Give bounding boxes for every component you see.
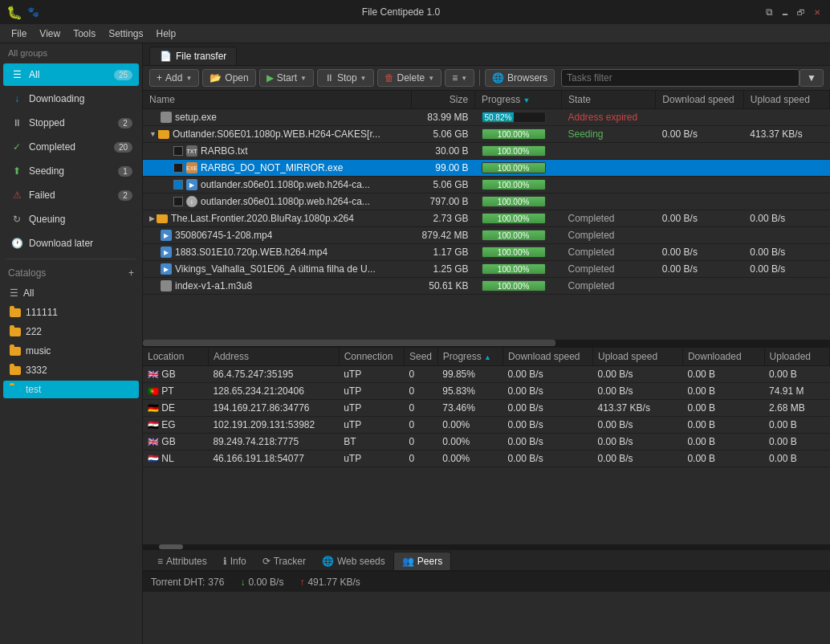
menu-file[interactable]: File bbox=[5, 26, 33, 41]
progress-fill: 100.00% bbox=[482, 163, 545, 173]
file-icon bbox=[161, 112, 172, 123]
col-progress[interactable]: Progress ▼ bbox=[475, 91, 562, 109]
sidebar-catalog-222[interactable]: 222 bbox=[3, 323, 139, 340]
table-row[interactable]: ▶ The.Last.Frontier.2020.BluRay.1080p.x2… bbox=[143, 210, 830, 227]
peers-col-location[interactable]: Location bbox=[143, 348, 208, 366]
menu-help[interactable]: Help bbox=[150, 26, 183, 41]
add-catalog-btn[interactable]: + bbox=[128, 267, 134, 279]
table-row[interactable]: ▶ Vikings_Valhalla_S01E06_A última filha… bbox=[143, 261, 830, 278]
peers-col-downloaded[interactable]: Downloaded bbox=[682, 348, 764, 366]
tab-info[interactable]: ℹ Info bbox=[215, 552, 254, 570]
menu-view[interactable]: View bbox=[33, 26, 67, 41]
col-ul-speed[interactable]: Upload speed bbox=[743, 91, 829, 109]
sidebar-item-download-later[interactable]: 🕐 Download later bbox=[3, 232, 139, 255]
peers-table-row[interactable]: 🇪🇬 EG 102.191.209.131:53982 uTP 0 0.00% … bbox=[143, 417, 830, 434]
table-row[interactable]: TXT RARBG.txt 30.00 B 100.00% bbox=[143, 143, 830, 160]
size-cell: 50.61 KB bbox=[412, 278, 475, 295]
sidebar-item-seeding[interactable]: ⬆ Seeding 1 bbox=[3, 160, 139, 182]
sidebar-downloading-label: Downloading bbox=[29, 93, 132, 104]
peers-table-row[interactable]: 🇬🇧 GB 86.4.75.247:35195 uTP 0 99.85% 0.0… bbox=[143, 366, 830, 383]
progress-text: 100.00% bbox=[498, 198, 529, 206]
peers-col-address[interactable]: Address bbox=[208, 348, 339, 366]
sidebar-catalog-3332[interactable]: 3332 bbox=[3, 361, 139, 379]
name-cell: ▶ 1883.S01E10.720p.WEB.h264.mp4 bbox=[143, 244, 412, 261]
table-row[interactable]: setup.exe 83.99 MB 50.82% Address expire… bbox=[143, 109, 830, 126]
tab-file-transfer[interactable]: 📄 File transfer bbox=[149, 47, 237, 65]
peers-location-cell: 🇩🇪 DE bbox=[143, 400, 208, 417]
filename: Vikings_Valhalla_S01E06_A última filha d… bbox=[175, 263, 376, 275]
progress-cell: 100.00% bbox=[475, 261, 562, 278]
catalog-all-icon: ☰ bbox=[10, 287, 18, 299]
peers-address-cell: 102.191.209.131:53982 bbox=[208, 417, 339, 434]
minimize-button[interactable]: 🗕 bbox=[779, 6, 791, 18]
file-table-scrollbar[interactable] bbox=[143, 340, 830, 346]
table-row[interactable]: ▶ 1883.S01E10.720p.WEB.h264.mp4 1.17 GB … bbox=[143, 244, 830, 261]
expand-btn[interactable]: ▼ bbox=[149, 130, 157, 138]
sidebar-catalog-all[interactable]: ☰ All bbox=[3, 284, 139, 302]
sidebar-item-downloading[interactable]: ↓ Downloading bbox=[3, 88, 139, 110]
expand-btn[interactable]: ▶ bbox=[149, 214, 155, 222]
country-code: DE bbox=[161, 402, 175, 414]
open-button[interactable]: 📂 Open bbox=[202, 69, 255, 87]
peers-col-dl-speed[interactable]: Download speed bbox=[503, 348, 593, 366]
progress-bar: 100.00% bbox=[482, 162, 546, 173]
peers-location-cell: 🇵🇹 PT bbox=[143, 383, 208, 400]
peers-col-seed[interactable]: Seed bbox=[405, 348, 438, 366]
catalog-111111-label: 111111 bbox=[26, 307, 58, 318]
folder-icon bbox=[158, 130, 169, 139]
col-dl-speed[interactable]: Download speed bbox=[656, 91, 743, 109]
add-button[interactable]: + Add ▼ bbox=[149, 69, 199, 87]
table-row[interactable]: ▶ 350806745-1-208.mp4 879.42 MB 100.00% … bbox=[143, 227, 830, 244]
table-row[interactable]: ▼ Outlander.S06E01.1080p.WEB.H264-CAKES[… bbox=[143, 126, 830, 143]
col-name[interactable]: Name bbox=[143, 91, 412, 109]
tab-attributes[interactable]: ≡ Attributes bbox=[149, 552, 215, 570]
browsers-button[interactable]: 🌐 Browsers bbox=[485, 69, 555, 87]
sidebar-catalog-test[interactable]: test bbox=[3, 381, 139, 398]
table-row[interactable]: EXE RARBG_DO_NOT_MIRROR.exe 99.00 B 100.… bbox=[143, 160, 830, 177]
peers-seed-cell: 0 bbox=[405, 450, 438, 467]
row-checkbox[interactable] bbox=[173, 180, 183, 190]
peers-dl-speed-cell: 0.00 B/s bbox=[503, 417, 593, 434]
peers-downloaded-cell: 0.00 B bbox=[682, 366, 764, 383]
table-row[interactable]: ▶ outlander.s06e01.1080p.web.h264-ca... … bbox=[143, 177, 830, 194]
peers-table-row[interactable]: 🇵🇹 PT 128.65.234.21:20406 uTP 0 95.83% 0… bbox=[143, 383, 830, 400]
col-state[interactable]: State bbox=[561, 91, 655, 109]
peers-table-row[interactable]: 🇬🇧 GB 89.249.74.218:7775 BT 0 0.00% 0.00… bbox=[143, 434, 830, 450]
titlebar-controls: ⧉ 🗕 🗗 ✕ bbox=[763, 6, 824, 18]
sidebar-item-failed[interactable]: ⚠ Failed 2 bbox=[3, 184, 139, 206]
tab-tracker[interactable]: ⟳ Tracker bbox=[254, 552, 314, 570]
peers-col-ul-speed[interactable]: Upload speed bbox=[593, 348, 683, 366]
table-row[interactable]: index-v1-a1.m3u8 50.61 KB 100.00% Comple… bbox=[143, 278, 830, 295]
close-button[interactable]: ✕ bbox=[811, 6, 824, 18]
start-button[interactable]: ▶ Start ▼ bbox=[259, 69, 314, 87]
maximize-button[interactable]: 🗗 bbox=[795, 6, 808, 18]
peers-ul-speed-cell: 0.00 B/s bbox=[593, 450, 683, 467]
tab-peers[interactable]: 👥 Peers bbox=[393, 552, 451, 570]
tab-web-seeds[interactable]: 🌐 Web seeds bbox=[314, 552, 393, 570]
peers-table-row[interactable]: 🇳🇱 NL 46.166.191.18:54077 uTP 0 0.00% 0.… bbox=[143, 450, 830, 467]
sidebar-item-all[interactable]: ☰ All 25 bbox=[3, 63, 139, 86]
titlebar-cascade-btn[interactable]: ⧉ bbox=[763, 6, 775, 18]
menu-tools[interactable]: Tools bbox=[67, 26, 102, 41]
tasks-filter-input[interactable] bbox=[561, 69, 799, 87]
stop-button[interactable]: ⏸ Stop ▼ bbox=[317, 69, 374, 87]
menu-button[interactable]: ≡ ▼ bbox=[445, 69, 474, 87]
peers-col-progress[interactable]: Progress ▲ bbox=[437, 348, 502, 366]
peers-col-connection[interactable]: Connection bbox=[339, 348, 404, 366]
peers-col-uploaded[interactable]: Uploaded bbox=[764, 348, 829, 366]
sidebar-catalog-music[interactable]: music bbox=[3, 342, 139, 360]
col-size[interactable]: Size bbox=[412, 91, 475, 109]
row-checkbox[interactable] bbox=[173, 163, 183, 173]
sidebar-catalog-111111[interactable]: 111111 bbox=[3, 304, 139, 321]
sidebar-item-stopped[interactable]: ⏸ Stopped 2 bbox=[3, 112, 139, 134]
menu-settings[interactable]: Settings bbox=[102, 26, 149, 41]
peers-dl-speed-cell: 0.00 B/s bbox=[503, 383, 593, 400]
sidebar-item-completed[interactable]: ✓ Completed 20 bbox=[3, 136, 139, 158]
peers-table-row[interactable]: 🇩🇪 DE 194.169.217.86:34776 uTP 0 73.46% … bbox=[143, 400, 830, 417]
row-checkbox[interactable] bbox=[173, 146, 183, 156]
filter-dropdown-btn[interactable]: ▼ bbox=[799, 69, 824, 87]
row-checkbox[interactable] bbox=[173, 197, 183, 206]
delete-button[interactable]: 🗑 Delete ▼ bbox=[377, 69, 442, 87]
sidebar-item-queuing[interactable]: ↻ Queuing bbox=[3, 208, 139, 230]
table-row[interactable]: i outlander.s06e01.1080p.web.h264-ca... … bbox=[143, 194, 830, 210]
